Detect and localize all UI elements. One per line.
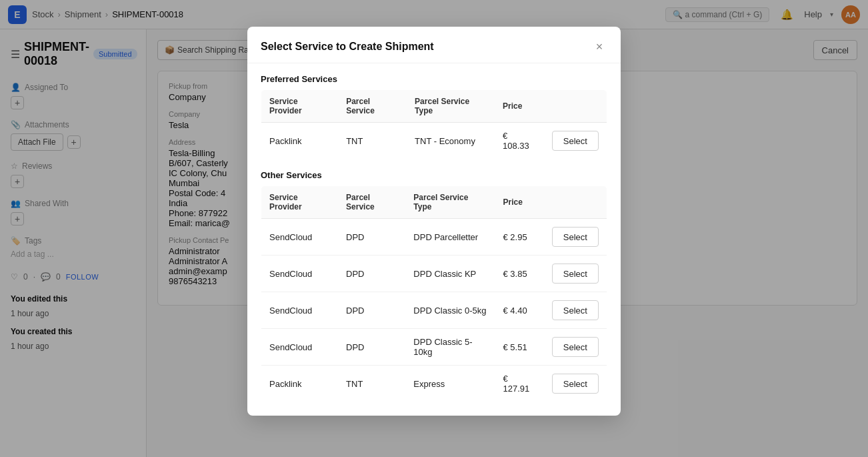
preferred-section-heading: Preferred Services xyxy=(261,74,607,84)
col-service-other: Parcel Service xyxy=(338,186,405,219)
other-table-row: SendCloud DPD DPD Classic 0-5kg € 4.40 S… xyxy=(261,292,607,329)
preferred-table-row: Packlink TNT TNT - Economy € 108.33 Sele… xyxy=(261,123,607,159)
other-select-button-2[interactable]: Select xyxy=(552,300,599,320)
other-section-heading: Other Services xyxy=(261,170,607,180)
other-type-4: Express xyxy=(405,366,495,402)
col-price-other: Price xyxy=(495,186,544,219)
other-services-table: Service Provider Parcel Service Parcel S… xyxy=(261,185,607,402)
modal-body: Preferred Services Service Provider Parc… xyxy=(247,63,621,416)
other-price-0: € 2.95 xyxy=(495,219,544,256)
other-select-cell-2: Select xyxy=(544,292,607,329)
other-provider-3: SendCloud xyxy=(261,329,339,366)
other-provider-1: SendCloud xyxy=(261,256,339,292)
other-select-button-0[interactable]: Select xyxy=(552,227,599,247)
col-type-other: Parcel Service Type xyxy=(405,186,495,219)
other-table-header-row: Service Provider Parcel Service Parcel S… xyxy=(261,186,607,219)
other-select-button-4[interactable]: Select xyxy=(552,374,599,394)
modal: Select Service to Create Shipment × Pref… xyxy=(247,27,621,416)
preferred-type-0: TNT - Economy xyxy=(407,123,495,159)
other-service-1: DPD xyxy=(338,256,405,292)
other-service-0: DPD xyxy=(338,219,405,256)
other-type-0: DPD Parcelletter xyxy=(405,219,495,256)
other-table-row: SendCloud DPD DPD Classic KP € 3.85 Sele… xyxy=(261,256,607,292)
col-provider-other: Service Provider xyxy=(261,186,339,219)
other-select-button-3[interactable]: Select xyxy=(552,337,599,357)
other-select-cell-0: Select xyxy=(544,219,607,256)
other-service-3: DPD xyxy=(338,329,405,366)
other-service-2: DPD xyxy=(338,292,405,329)
other-select-cell-4: Select xyxy=(544,366,607,402)
other-price-1: € 3.85 xyxy=(495,256,544,292)
col-type: Parcel Service Type xyxy=(407,90,495,123)
col-price: Price xyxy=(495,90,544,123)
other-price-3: € 5.51 xyxy=(495,329,544,366)
other-price-4: € 127.91 xyxy=(495,366,544,402)
preferred-price-0: € 108.33 xyxy=(495,123,544,159)
preferred-select-cell-0: Select xyxy=(544,123,607,159)
other-table-row: Packlink TNT Express € 127.91 Select xyxy=(261,366,607,402)
preferred-table-header-row: Service Provider Parcel Service Parcel S… xyxy=(261,90,607,123)
other-provider-4: Packlink xyxy=(261,366,339,402)
modal-title: Select Service to Create Shipment xyxy=(261,41,434,53)
other-table-row: SendCloud DPD DPD Classic 5-10kg € 5.51 … xyxy=(261,329,607,366)
other-price-2: € 4.40 xyxy=(495,292,544,329)
modal-header: Select Service to Create Shipment × xyxy=(247,27,621,63)
other-select-cell-1: Select xyxy=(544,256,607,292)
preferred-services-table: Service Provider Parcel Service Parcel S… xyxy=(261,89,607,159)
other-type-3: DPD Classic 5-10kg xyxy=(405,329,495,366)
other-service-4: TNT xyxy=(338,366,405,402)
modal-overlay: Select Service to Create Shipment × Pref… xyxy=(0,0,868,457)
col-provider: Service Provider xyxy=(261,90,339,123)
other-provider-2: SendCloud xyxy=(261,292,339,329)
other-table-row: SendCloud DPD DPD Parcelletter € 2.95 Se… xyxy=(261,219,607,256)
preferred-provider-0: Packlink xyxy=(261,123,339,159)
col-service: Parcel Service xyxy=(338,90,407,123)
preferred-service-0: TNT xyxy=(338,123,407,159)
col-action xyxy=(544,90,607,123)
other-type-2: DPD Classic 0-5kg xyxy=(405,292,495,329)
other-select-button-1[interactable]: Select xyxy=(552,264,599,284)
modal-close-button[interactable]: × xyxy=(591,39,607,55)
col-action-other xyxy=(544,186,607,219)
preferred-select-button-0[interactable]: Select xyxy=(552,131,599,151)
other-provider-0: SendCloud xyxy=(261,219,339,256)
other-select-cell-3: Select xyxy=(544,329,607,366)
other-type-1: DPD Classic KP xyxy=(405,256,495,292)
